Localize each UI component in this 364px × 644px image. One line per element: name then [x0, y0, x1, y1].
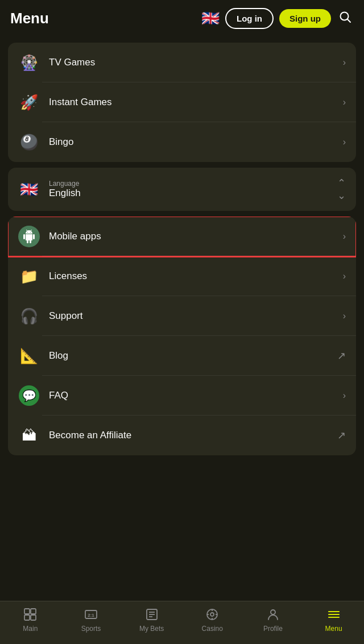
- faq-label: FAQ: [49, 390, 343, 401]
- svg-rect-2: [24, 609, 30, 614]
- blog-icon: 📐: [18, 345, 40, 367]
- affiliate-arrow: ↗: [337, 429, 346, 442]
- language-text: Language English: [49, 180, 337, 199]
- svg-text:2:1: 2:1: [88, 613, 94, 618]
- main-icon: [23, 607, 38, 622]
- main-nav-label: Main: [23, 625, 38, 633]
- menu-item-affiliate[interactable]: 🏔 Become an Affiliate ↗: [8, 416, 356, 455]
- language-big-label: English: [49, 188, 337, 199]
- nav-item-sports[interactable]: 2:1 Sports: [74, 607, 108, 633]
- menu-item-tv-games[interactable]: 🎡 TV Games ›: [8, 43, 356, 82]
- menu-item-instant-games[interactable]: 🚀 Instant Games ›: [8, 82, 356, 122]
- support-icon: 🎧: [18, 305, 40, 327]
- licenses-label: Licenses: [49, 271, 343, 282]
- faq-arrow: ›: [343, 390, 346, 401]
- my-bets-icon: [144, 607, 159, 622]
- nav-item-casino[interactable]: Casino: [195, 607, 229, 633]
- svg-rect-4: [24, 615, 30, 620]
- my-bets-nav-label: My Bets: [139, 625, 164, 633]
- svg-point-13: [210, 613, 214, 616]
- header: Menu 🇬🇧 Log in Sign up: [0, 0, 364, 37]
- svg-rect-3: [31, 609, 36, 614]
- blog-arrow: ↗: [337, 350, 346, 362]
- svg-point-18: [271, 610, 275, 614]
- blog-label: Blog: [49, 350, 337, 362]
- licenses-arrow: ›: [343, 271, 346, 281]
- nav-item-menu[interactable]: Menu: [317, 607, 351, 633]
- android-svg: [22, 230, 36, 243]
- bingo-arrow: ›: [343, 137, 346, 147]
- games-section: 🎡 TV Games › 🚀 Instant Games › 🎱 Bingo ›: [8, 43, 356, 162]
- search-button[interactable]: [337, 9, 354, 28]
- mobile-apps-label: Mobile apps: [49, 231, 343, 242]
- affiliate-icon: 🏔: [18, 425, 40, 446]
- tv-games-icon: 🎡: [18, 52, 40, 73]
- profile-nav-label: Profile: [263, 625, 283, 633]
- menu-item-licenses[interactable]: 📁 Licenses ›: [8, 256, 356, 296]
- bottom-nav: Main 2:1 Sports My Bets Casino: [0, 601, 364, 644]
- language-flag-icon: 🇬🇧: [18, 178, 40, 200]
- nav-item-main[interactable]: Main: [13, 607, 47, 633]
- bingo-icon: 🎱: [18, 131, 40, 153]
- support-arrow: ›: [343, 311, 346, 321]
- menu-item-mobile-apps[interactable]: Mobile apps ›: [8, 217, 356, 256]
- page-title: Menu: [10, 10, 196, 27]
- language-small-label: Language: [49, 180, 337, 188]
- language-item[interactable]: 🇬🇧 Language English ⌃⌄: [8, 168, 356, 211]
- menu-icon: [326, 607, 341, 622]
- language-chevron-icon: ⌃⌄: [337, 177, 346, 202]
- menu-nav-label: Menu: [325, 625, 342, 633]
- instant-games-label: Instant Games: [49, 97, 343, 108]
- affiliate-label: Become an Affiliate: [49, 430, 337, 441]
- menu-item-support[interactable]: 🎧 Support ›: [8, 296, 356, 336]
- menu-item-blog[interactable]: 📐 Blog ↗: [8, 336, 356, 376]
- tv-games-arrow: ›: [343, 57, 346, 68]
- svg-line-1: [348, 19, 350, 22]
- signup-button[interactable]: Sign up: [279, 9, 331, 28]
- faq-icon: 💬: [18, 385, 40, 406]
- menu-item-faq[interactable]: 💬 FAQ ›: [8, 376, 356, 416]
- bingo-label: Bingo: [49, 136, 343, 148]
- misc-section: Mobile apps › 📁 Licenses › 🎧 Support › 📐…: [8, 217, 356, 455]
- casino-icon: [205, 607, 220, 622]
- nav-item-my-bets[interactable]: My Bets: [135, 607, 169, 633]
- sports-nav-label: Sports: [81, 625, 101, 633]
- mobile-apps-icon: [18, 226, 40, 247]
- menu-item-bingo[interactable]: 🎱 Bingo ›: [8, 122, 356, 162]
- mobile-apps-arrow: ›: [343, 231, 346, 242]
- licenses-icon: 📁: [18, 265, 40, 287]
- svg-rect-5: [31, 615, 36, 620]
- main-content: 🎡 TV Games › 🚀 Instant Games › 🎱 Bingo ›…: [0, 43, 364, 512]
- nav-item-profile[interactable]: Profile: [256, 607, 290, 633]
- instant-games-arrow: ›: [343, 97, 346, 107]
- sports-icon: 2:1: [84, 607, 98, 622]
- tv-games-label: TV Games: [49, 57, 343, 68]
- android-icon: [18, 226, 40, 247]
- instant-games-icon: 🚀: [18, 92, 40, 113]
- language-section: 🇬🇧 Language English ⌃⌄: [8, 168, 356, 211]
- search-icon: [339, 11, 351, 23]
- language-flag-icon: 🇬🇧: [201, 10, 220, 27]
- casino-nav-label: Casino: [202, 625, 223, 633]
- profile-icon: [266, 607, 280, 622]
- support-label: Support: [49, 310, 343, 322]
- login-button[interactable]: Log in: [225, 8, 274, 29]
